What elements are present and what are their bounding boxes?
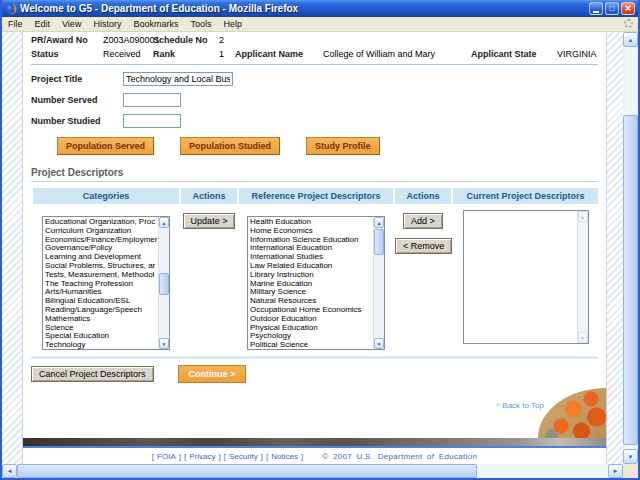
menu-history[interactable]: History: [87, 18, 127, 30]
menu-help[interactable]: Help: [217, 18, 248, 30]
scroll-up-icon: ▲: [578, 211, 588, 222]
update-button[interactable]: Update >: [183, 213, 236, 229]
scroll-right-button[interactable]: ►: [608, 464, 623, 478]
categories-options: Educational Organization, Proc Curriculu…: [43, 217, 158, 349]
scroll-thumb[interactable]: [159, 273, 169, 295]
back-to-top-link[interactable]: ^ Back to Top: [496, 401, 544, 410]
categories-scrollbar[interactable]: ▲ ▼: [158, 217, 169, 349]
number-studied-input[interactable]: [123, 114, 181, 128]
number-served-input[interactable]: [123, 93, 181, 107]
population-studied-button[interactable]: Population Studied: [180, 137, 280, 155]
window-title: Welcome to G5 - Department of Education …: [20, 3, 586, 14]
scroll-thumb[interactable]: [374, 229, 384, 255]
restore-icon: □: [610, 5, 615, 13]
number-studied-row: Number Studied: [31, 114, 598, 128]
restore-button[interactable]: □: [605, 2, 619, 15]
project-title-input[interactable]: [123, 72, 233, 86]
vertical-scrollbar[interactable]: ▲ ▼: [623, 32, 638, 464]
number-served-row: Number Served: [31, 93, 598, 107]
scroll-up-icon[interactable]: ▲: [374, 217, 384, 228]
bracket: [: [266, 452, 268, 461]
bracket: ]: [261, 452, 263, 461]
firefox-icon: [5, 3, 17, 15]
scroll-up-button[interactable]: ▲: [623, 32, 638, 47]
categories-listbox[interactable]: Educational Organization, Proc Curriculu…: [42, 216, 170, 350]
bracket: ]: [301, 452, 303, 461]
divider: [31, 64, 598, 65]
applicant-state-label: Applicant State: [471, 49, 557, 59]
applicant-name-label: Applicant Name: [235, 49, 323, 59]
population-served-button[interactable]: Population Served: [57, 137, 154, 155]
current-scrollbar: ▲ ▼: [577, 211, 588, 343]
bracket: [: [152, 452, 154, 461]
close-icon: ✕: [625, 5, 632, 13]
bracket: ]: [218, 452, 220, 461]
form-actions-row: Cancel Project Descriptors Continue >: [31, 365, 598, 383]
scroll-down-icon: ▼: [628, 454, 634, 460]
descriptors-table: Categories Actions Reference Project Des…: [31, 186, 600, 354]
horizontal-scroll-thumb[interactable]: [17, 464, 477, 478]
bracket: [: [184, 452, 186, 461]
menu-file[interactable]: File: [2, 18, 29, 30]
right-gutter-stripes: [607, 32, 623, 464]
reference-options: Health Education Home Economics Informat…: [248, 217, 373, 349]
reference-scrollbar[interactable]: ▲ ▼: [373, 217, 384, 349]
scroll-right-icon: ►: [613, 468, 619, 474]
rank-label: Rank: [153, 49, 219, 59]
menu-bookmarks[interactable]: Bookmarks: [127, 18, 184, 30]
reference-descriptors-listbox[interactable]: Health Education Home Economics Informat…: [247, 216, 385, 350]
schedule-value: 2: [219, 35, 224, 45]
listbox-option[interactable]: Political Science: [250, 341, 373, 349]
remove-button[interactable]: < Remove: [395, 238, 452, 254]
title-bar[interactable]: Welcome to G5 - Department of Education …: [2, 0, 638, 17]
browser-viewport: PR/Award No Z003A090001 Schedule No 2 St…: [2, 32, 638, 478]
window-controls: □ ✕: [589, 2, 635, 15]
scroll-left-button[interactable]: ◄: [2, 464, 17, 478]
scroll-up-icon: ▲: [628, 37, 634, 43]
scroll-up-icon[interactable]: ▲: [159, 217, 169, 228]
privacy-link[interactable]: Privacy: [189, 452, 215, 461]
number-studied-label: Number Studied: [31, 116, 123, 126]
classroom-chairs-image: [538, 388, 606, 438]
status-value: Received: [103, 49, 153, 59]
minimize-button[interactable]: [589, 2, 603, 15]
divider: [31, 181, 598, 182]
copyright-text: © 2007 U.S. Department of Education: [322, 452, 477, 461]
vertical-scroll-thumb[interactable]: [623, 115, 638, 445]
table-bottom-bar: [31, 356, 598, 359]
menu-tools[interactable]: Tools: [184, 18, 217, 30]
study-profile-button[interactable]: Study Profile: [306, 137, 380, 155]
descriptors-body-row: Educational Organization, Proc Curriculu…: [33, 206, 598, 352]
add-button[interactable]: Add >: [403, 213, 443, 229]
close-button[interactable]: ✕: [621, 2, 635, 15]
horizontal-scrollbar[interactable]: ◄ ►: [2, 464, 623, 478]
cancel-project-descriptors-button[interactable]: Cancel Project Descriptors: [31, 366, 154, 382]
menu-edit[interactable]: Edit: [29, 18, 57, 30]
schedule-label: Schedule No: [153, 35, 219, 45]
rank-value: 1: [219, 49, 235, 59]
page-content: PR/Award No Z003A090001 Schedule No 2 St…: [22, 32, 607, 464]
applicant-state-value: VIRGINIA: [557, 49, 597, 59]
menu-view[interactable]: View: [56, 18, 87, 30]
applicant-name-value: College of William and Mary: [323, 49, 471, 59]
bracket: ]: [179, 452, 181, 461]
metallic-divider-bar: [23, 438, 606, 446]
current-descriptors-listbox[interactable]: ▲ ▼: [463, 210, 589, 344]
scroll-down-icon: ▼: [578, 332, 588, 343]
listbox-option[interactable]: Technology: [45, 341, 158, 349]
scroll-left-icon: ◄: [7, 468, 13, 474]
continue-button[interactable]: Continue >: [178, 365, 247, 383]
throbber-icon: [624, 19, 633, 28]
security-link[interactable]: Security: [229, 452, 258, 461]
foia-link[interactable]: FOIA: [157, 452, 176, 461]
footer-area: ^ Back to Top: [23, 383, 606, 438]
scroll-down-button[interactable]: ▼: [623, 449, 638, 464]
number-served-label: Number Served: [31, 95, 123, 105]
current-options: [464, 211, 577, 343]
menu-bar: File Edit View History Bookmarks Tools H…: [2, 17, 638, 32]
scroll-down-icon[interactable]: ▼: [159, 338, 169, 349]
notices-link[interactable]: Notices: [271, 452, 298, 461]
pr-award-label: PR/Award No: [31, 35, 103, 45]
scrollbar-corner: [623, 464, 638, 478]
scroll-down-icon[interactable]: ▼: [374, 338, 384, 349]
